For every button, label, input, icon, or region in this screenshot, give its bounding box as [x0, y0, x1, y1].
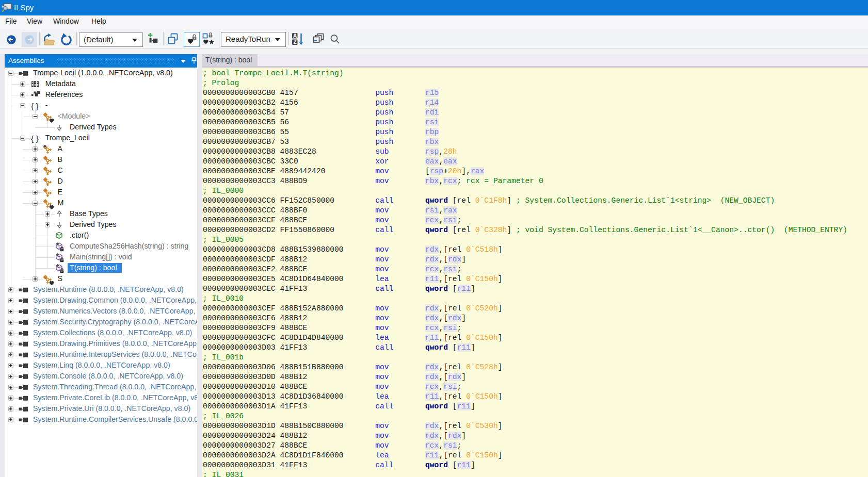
svg-text:{ }: { }: [31, 102, 39, 110]
svg-text:A: A: [293, 33, 297, 39]
svg-text:Z: Z: [293, 39, 296, 45]
svg-text:{ }: { }: [31, 134, 39, 143]
